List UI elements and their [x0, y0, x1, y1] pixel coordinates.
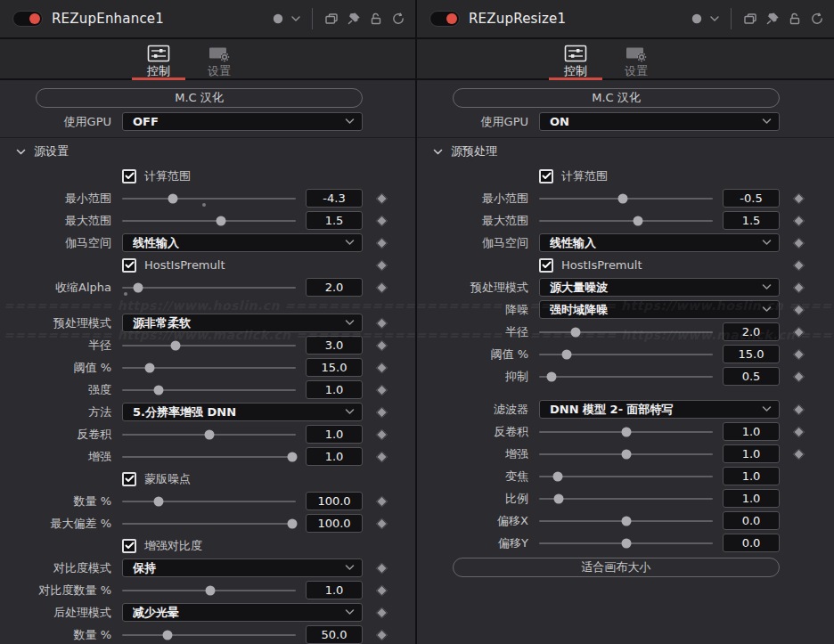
color-dot-icon[interactable] [691, 12, 703, 25]
value-field[interactable]: 1.0 [723, 467, 780, 485]
slider-数量 %[interactable] [122, 490, 296, 512]
keyframe-diamond-icon[interactable] [376, 518, 388, 529]
keyframe-diamond-icon[interactable] [793, 448, 805, 460]
lock-icon[interactable] [787, 11, 803, 27]
slider-handle[interactable] [546, 371, 556, 381]
dropdown-方法[interactable]: 5.分辨率增强 DNN [122, 403, 363, 421]
reset-icon[interactable] [390, 11, 406, 27]
value-field[interactable]: 50.0 [306, 625, 363, 644]
slider-handle[interactable] [145, 363, 155, 372]
dropdown-伽马空间[interactable]: 线性输入 [539, 233, 780, 252]
dropdown-对比度模式[interactable]: 保持 [122, 558, 363, 577]
slider-反卷积[interactable] [539, 420, 713, 443]
tab-control[interactable]: 控制 [549, 39, 602, 78]
pin-icon[interactable] [346, 11, 362, 27]
keyframe-diamond-icon[interactable] [376, 339, 388, 351]
keyframe-diamond-icon[interactable] [376, 317, 388, 329]
tab-settings[interactable]: 设置 [192, 39, 246, 78]
keyframe-diamond-icon[interactable] [793, 215, 805, 226]
tab-settings[interactable]: 设置 [609, 39, 663, 78]
gpu-dropdown[interactable]: OFF [122, 112, 363, 131]
keyframe-diamond-icon[interactable] [793, 404, 805, 415]
keyframe-diamond-icon[interactable] [376, 192, 388, 204]
slider-handle[interactable] [171, 340, 181, 350]
dropdown-伽马空间[interactable]: 线性输入 [122, 233, 363, 252]
value-field[interactable]: -4.3 [306, 189, 363, 208]
slider-handle[interactable] [621, 427, 631, 436]
checkbox-计算范围[interactable] [122, 169, 136, 183]
keyframe-diamond-icon[interactable] [793, 237, 805, 249]
keyframe-diamond-icon[interactable] [793, 426, 805, 437]
section-header[interactable]: 源设置 [0, 138, 415, 165]
slider-handle[interactable] [634, 216, 643, 225]
value-field[interactable]: 1.5 [723, 211, 780, 230]
copy-icon[interactable] [323, 11, 339, 27]
keyframe-diamond-icon[interactable] [793, 304, 805, 315]
fit-to-canvas-button[interactable]: 适合画布大小 [453, 558, 780, 577]
keyframe-diamond-icon[interactable] [376, 629, 388, 640]
value-field[interactable]: 1.0 [306, 425, 363, 444]
gpu-dropdown[interactable]: ON [539, 112, 780, 131]
slider-收缩Alpha[interactable] [122, 276, 296, 298]
slider-handle[interactable] [204, 429, 214, 439]
slider-handle[interactable] [153, 385, 163, 395]
keyframe-diamond-icon[interactable] [376, 406, 388, 418]
checkbox-计算范围[interactable] [539, 169, 553, 183]
keyframe-diamond-icon[interactable] [376, 428, 388, 440]
keyframe-diamond-icon[interactable] [793, 326, 805, 338]
slider-最大范围[interactable] [539, 209, 713, 232]
tab-control[interactable]: 控制 [132, 39, 185, 78]
slider-对比度数量 %[interactable] [122, 579, 296, 601]
slider-最小范围[interactable] [122, 187, 296, 209]
slider-半径[interactable] [122, 334, 296, 356]
slider-阈值 %[interactable] [539, 343, 713, 365]
keyframe-diamond-icon[interactable] [376, 362, 388, 373]
slider-handle[interactable] [562, 349, 572, 359]
value-field[interactable]: 1.0 [306, 380, 363, 399]
enable-toggle[interactable] [429, 11, 460, 27]
slider-handle[interactable] [621, 538, 631, 548]
value-field[interactable]: 2.0 [306, 278, 363, 297]
slider-强度[interactable] [122, 379, 296, 401]
copy-icon[interactable] [742, 11, 758, 27]
keyframe-diamond-icon[interactable] [793, 281, 805, 293]
slider-handle[interactable] [554, 493, 564, 503]
slider-handle[interactable] [617, 193, 627, 203]
slider-handle[interactable] [206, 585, 216, 595]
reset-icon[interactable] [809, 11, 825, 27]
checkbox-HostIsPremult[interactable] [122, 258, 136, 273]
keyframe-diamond-icon[interactable] [376, 451, 388, 462]
slider-反卷积[interactable] [122, 423, 296, 445]
enable-toggle[interactable] [12, 11, 43, 27]
localize-button[interactable]: M.C 汉化 [36, 88, 363, 108]
value-field[interactable]: 1.0 [723, 444, 780, 463]
slider-增强[interactable] [539, 443, 713, 465]
slider-半径[interactable] [539, 321, 713, 343]
value-field[interactable]: 100.0 [306, 514, 363, 533]
slider-handle[interactable] [153, 496, 163, 506]
slider-数量 %[interactable] [122, 624, 296, 644]
slider-最大范围[interactable] [122, 209, 296, 232]
dropdown-预处理模式[interactable]: 源大量噪波 [539, 278, 780, 297]
slider-handle[interactable] [288, 518, 298, 528]
keyframe-diamond-icon[interactable] [793, 192, 805, 204]
keyframe-diamond-icon[interactable] [376, 259, 388, 271]
chevron-down-icon[interactable] [290, 15, 301, 22]
value-field[interactable]: 0.5 [723, 367, 780, 386]
slider-阈值 %[interactable] [122, 356, 296, 379]
lock-icon[interactable] [368, 11, 384, 27]
localize-button[interactable]: M.C 汉化 [453, 88, 780, 108]
slider-变焦[interactable] [539, 465, 713, 487]
value-field[interactable]: 2.0 [723, 322, 780, 341]
slider-handle[interactable] [621, 449, 631, 459]
checkbox-蒙版噪点[interactable] [122, 472, 136, 486]
slider-handle[interactable] [133, 282, 143, 292]
slider-handle[interactable] [553, 471, 563, 481]
keyframe-diamond-icon[interactable] [793, 259, 805, 271]
slider-抑制[interactable] [539, 365, 713, 387]
checkbox-增强对比度[interactable] [122, 539, 136, 553]
slider-偏移Y[interactable] [539, 532, 713, 554]
value-field[interactable]: 1.0 [723, 489, 780, 508]
value-field[interactable]: 15.0 [723, 345, 780, 363]
slider-handle[interactable] [570, 327, 580, 337]
